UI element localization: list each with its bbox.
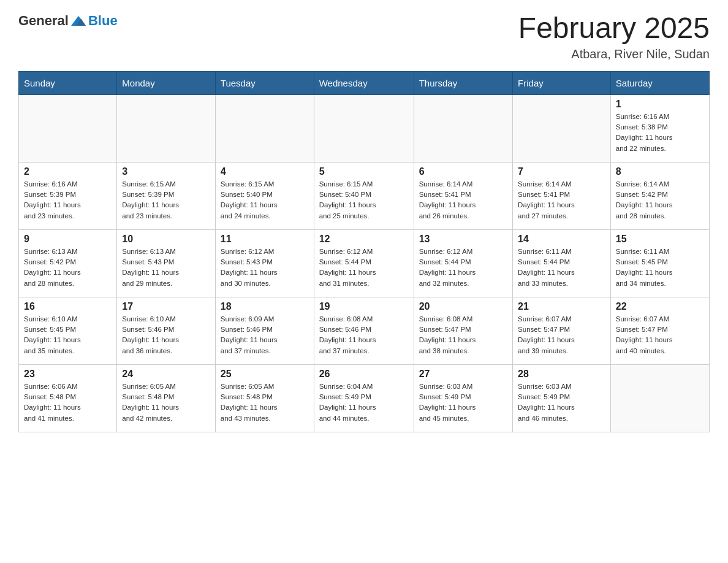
day-number: 15 [616, 234, 704, 245]
day-number: 28 [518, 369, 605, 380]
calendar-cell: 26Sunrise: 6:04 AM Sunset: 5:49 PM Dayli… [314, 364, 414, 432]
day-info: Sunrise: 6:11 AM Sunset: 5:45 PM Dayligh… [616, 247, 704, 289]
calendar-cell: 20Sunrise: 6:08 AM Sunset: 5:47 PM Dayli… [414, 297, 512, 364]
weekday-header-thursday: Thursday [414, 71, 512, 94]
day-info: Sunrise: 6:07 AM Sunset: 5:47 PM Dayligh… [616, 314, 704, 356]
day-number: 3 [122, 166, 210, 177]
day-info: Sunrise: 6:14 AM Sunset: 5:41 PM Dayligh… [419, 179, 507, 221]
calendar-cell: 10Sunrise: 6:13 AM Sunset: 5:43 PM Dayli… [117, 229, 216, 297]
weekday-header-sunday: Sunday [19, 71, 117, 94]
calendar-cell: 6Sunrise: 6:14 AM Sunset: 5:41 PM Daylig… [414, 162, 512, 229]
day-number: 18 [221, 301, 309, 312]
calendar-cell [610, 364, 709, 432]
day-info: Sunrise: 6:15 AM Sunset: 5:40 PM Dayligh… [319, 179, 409, 221]
day-info: Sunrise: 6:07 AM Sunset: 5:47 PM Dayligh… [518, 314, 605, 356]
day-info: Sunrise: 6:15 AM Sunset: 5:40 PM Dayligh… [221, 179, 309, 221]
day-number: 24 [122, 369, 210, 380]
calendar-cell: 12Sunrise: 6:12 AM Sunset: 5:44 PM Dayli… [314, 229, 414, 297]
logo: General Blue [18, 12, 118, 29]
day-info: Sunrise: 6:13 AM Sunset: 5:42 PM Dayligh… [24, 247, 112, 289]
calendar-cell [19, 94, 117, 162]
calendar-cell: 14Sunrise: 6:11 AM Sunset: 5:44 PM Dayli… [513, 229, 611, 297]
weekday-header-wednesday: Wednesday [314, 71, 414, 94]
calendar-cell: 23Sunrise: 6:06 AM Sunset: 5:48 PM Dayli… [19, 364, 117, 432]
day-info: Sunrise: 6:10 AM Sunset: 5:45 PM Dayligh… [24, 314, 112, 356]
day-info: Sunrise: 6:15 AM Sunset: 5:39 PM Dayligh… [122, 179, 210, 221]
day-number: 14 [518, 234, 605, 245]
calendar-cell: 22Sunrise: 6:07 AM Sunset: 5:47 PM Dayli… [610, 297, 709, 364]
week-row-2: 2Sunrise: 6:16 AM Sunset: 5:39 PM Daylig… [19, 162, 710, 229]
day-number: 16 [24, 301, 112, 312]
calendar-cell: 25Sunrise: 6:05 AM Sunset: 5:48 PM Dayli… [215, 364, 314, 432]
day-info: Sunrise: 6:06 AM Sunset: 5:48 PM Dayligh… [24, 381, 112, 424]
day-info: Sunrise: 6:13 AM Sunset: 5:43 PM Dayligh… [122, 247, 210, 289]
day-info: Sunrise: 6:08 AM Sunset: 5:47 PM Dayligh… [419, 314, 507, 356]
day-number: 5 [319, 166, 409, 177]
calendar-cell [414, 94, 512, 162]
day-number: 8 [616, 166, 704, 177]
day-info: Sunrise: 6:11 AM Sunset: 5:44 PM Dayligh… [518, 247, 605, 289]
calendar-cell [513, 94, 611, 162]
day-number: 2 [24, 166, 112, 177]
day-info: Sunrise: 6:16 AM Sunset: 5:39 PM Dayligh… [24, 179, 112, 221]
calendar-cell: 28Sunrise: 6:03 AM Sunset: 5:49 PM Dayli… [513, 364, 611, 432]
day-number: 9 [24, 234, 112, 245]
weekday-header-saturday: Saturday [610, 71, 709, 94]
day-info: Sunrise: 6:03 AM Sunset: 5:49 PM Dayligh… [419, 381, 507, 424]
day-number: 23 [24, 369, 112, 380]
calendar-cell: 16Sunrise: 6:10 AM Sunset: 5:45 PM Dayli… [19, 297, 117, 364]
day-info: Sunrise: 6:03 AM Sunset: 5:49 PM Dayligh… [518, 381, 605, 424]
calendar-cell: 15Sunrise: 6:11 AM Sunset: 5:45 PM Dayli… [610, 229, 709, 297]
logo-text-blue: Blue [88, 13, 118, 29]
day-number: 22 [616, 301, 704, 312]
day-number: 26 [319, 369, 409, 380]
calendar-cell [117, 94, 216, 162]
month-title: February 2025 [518, 12, 710, 45]
calendar-cell: 24Sunrise: 6:05 AM Sunset: 5:48 PM Dayli… [117, 364, 216, 432]
weekday-header-monday: Monday [117, 71, 216, 94]
day-info: Sunrise: 6:14 AM Sunset: 5:42 PM Dayligh… [616, 179, 704, 221]
calendar-cell: 8Sunrise: 6:14 AM Sunset: 5:42 PM Daylig… [610, 162, 709, 229]
day-number: 4 [221, 166, 309, 177]
calendar-cell: 17Sunrise: 6:10 AM Sunset: 5:46 PM Dayli… [117, 297, 216, 364]
calendar-cell: 9Sunrise: 6:13 AM Sunset: 5:42 PM Daylig… [19, 229, 117, 297]
location-subtitle: Atbara, River Nile, Sudan [518, 47, 710, 61]
weekday-header-friday: Friday [513, 71, 611, 94]
week-row-1: 1Sunrise: 6:16 AM Sunset: 5:38 PM Daylig… [19, 94, 710, 162]
title-block: February 2025 Atbara, River Nile, Sudan [518, 12, 710, 61]
calendar-cell: 21Sunrise: 6:07 AM Sunset: 5:47 PM Dayli… [513, 297, 611, 364]
logo-text-general: General [18, 13, 69, 29]
logo-icon [70, 12, 87, 29]
day-number: 1 [616, 99, 704, 110]
calendar-cell: 19Sunrise: 6:08 AM Sunset: 5:46 PM Dayli… [314, 297, 414, 364]
calendar-cell: 27Sunrise: 6:03 AM Sunset: 5:49 PM Dayli… [414, 364, 512, 432]
day-number: 19 [319, 301, 409, 312]
day-info: Sunrise: 6:14 AM Sunset: 5:41 PM Dayligh… [518, 179, 605, 221]
calendar-cell: 18Sunrise: 6:09 AM Sunset: 5:46 PM Dayli… [215, 297, 314, 364]
day-number: 13 [419, 234, 507, 245]
calendar-cell: 2Sunrise: 6:16 AM Sunset: 5:39 PM Daylig… [19, 162, 117, 229]
day-number: 25 [221, 369, 309, 380]
day-number: 27 [419, 369, 507, 380]
calendar-cell: 13Sunrise: 6:12 AM Sunset: 5:44 PM Dayli… [414, 229, 512, 297]
day-number: 12 [319, 234, 409, 245]
day-number: 20 [419, 301, 507, 312]
day-number: 11 [221, 234, 309, 245]
page-header: General Blue February 2025 Atbara, River… [18, 12, 710, 61]
day-info: Sunrise: 6:05 AM Sunset: 5:48 PM Dayligh… [221, 381, 309, 424]
day-info: Sunrise: 6:04 AM Sunset: 5:49 PM Dayligh… [319, 381, 409, 424]
day-info: Sunrise: 6:12 AM Sunset: 5:44 PM Dayligh… [419, 247, 507, 289]
calendar-cell: 5Sunrise: 6:15 AM Sunset: 5:40 PM Daylig… [314, 162, 414, 229]
week-row-3: 9Sunrise: 6:13 AM Sunset: 5:42 PM Daylig… [19, 229, 710, 297]
calendar-cell: 3Sunrise: 6:15 AM Sunset: 5:39 PM Daylig… [117, 162, 216, 229]
day-number: 6 [419, 166, 507, 177]
week-row-5: 23Sunrise: 6:06 AM Sunset: 5:48 PM Dayli… [19, 364, 710, 432]
calendar-cell [215, 94, 314, 162]
day-number: 17 [122, 301, 210, 312]
calendar-table: SundayMondayTuesdayWednesdayThursdayFrid… [18, 71, 710, 432]
day-info: Sunrise: 6:16 AM Sunset: 5:38 PM Dayligh… [616, 112, 704, 154]
day-info: Sunrise: 6:08 AM Sunset: 5:46 PM Dayligh… [319, 314, 409, 356]
calendar-cell: 4Sunrise: 6:15 AM Sunset: 5:40 PM Daylig… [215, 162, 314, 229]
weekday-header-tuesday: Tuesday [215, 71, 314, 94]
calendar-cell: 1Sunrise: 6:16 AM Sunset: 5:38 PM Daylig… [610, 94, 709, 162]
